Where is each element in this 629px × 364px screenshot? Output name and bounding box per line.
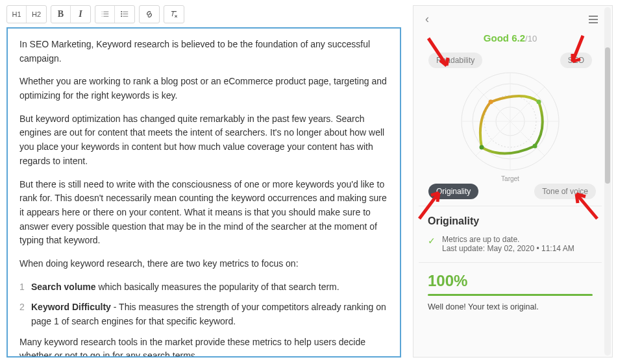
score-label: Good bbox=[484, 32, 509, 43]
paragraph: In SEO Marketing, Keyword research is be… bbox=[19, 38, 388, 66]
editor-toolbar: H1 H2 B I bbox=[6, 5, 401, 27]
ordered-list-button[interactable] bbox=[95, 6, 115, 23]
pill-readability[interactable]: Readability bbox=[428, 53, 482, 68]
paragraph: When doing keyword research, there are t… bbox=[19, 257, 388, 271]
scrollbar[interactable] bbox=[604, 7, 611, 356]
metrics-line: Last update: May 02, 2020 • 11:14 AM bbox=[442, 244, 574, 253]
paragraph: But there is still need to write with th… bbox=[19, 178, 388, 248]
svg-point-12 bbox=[537, 100, 541, 104]
svg-point-2 bbox=[121, 16, 122, 17]
clear-group bbox=[164, 5, 184, 23]
metrics-line: Metrics are up to date. bbox=[442, 235, 574, 244]
clear-format-button[interactable] bbox=[164, 6, 184, 23]
score-value: 6.2 bbox=[512, 32, 525, 43]
metrics-status: ✓ Metrics are up to date. Last update: M… bbox=[419, 235, 602, 263]
pill-originality[interactable]: Originality bbox=[428, 184, 478, 199]
list-text: Keyword Difficulty - This measures the s… bbox=[31, 300, 388, 328]
link-button[interactable] bbox=[140, 6, 159, 23]
svg-point-14 bbox=[480, 145, 484, 150]
editor-panel: H1 H2 B I In SEO Marketing, Keywor bbox=[6, 5, 401, 358]
percent-value: 100% bbox=[428, 272, 593, 290]
originality-score: 100% Well done! Your text is original. bbox=[419, 263, 602, 314]
bold-text: Search volume bbox=[31, 282, 96, 292]
back-icon[interactable]: ‹ bbox=[425, 12, 429, 26]
text: which basically measures the popularity … bbox=[96, 282, 339, 292]
h1-button[interactable]: H1 bbox=[7, 6, 27, 23]
bold-text: Keyword Difficulty bbox=[31, 302, 111, 312]
h2-button[interactable]: H2 bbox=[27, 6, 46, 23]
heading-group: H1 H2 bbox=[6, 5, 47, 23]
section-title: Originality bbox=[419, 206, 602, 235]
svg-point-11 bbox=[489, 100, 493, 104]
check-icon: ✓ bbox=[428, 236, 436, 246]
paragraph: Whether you are working to rank a blog p… bbox=[19, 75, 388, 103]
bold-button[interactable]: B bbox=[51, 6, 71, 23]
svg-point-13 bbox=[533, 144, 537, 149]
score-display: Good 6.2/10 bbox=[419, 29, 602, 50]
link-group bbox=[139, 5, 160, 23]
editor-content[interactable]: In SEO Marketing, Keyword research is be… bbox=[6, 27, 401, 358]
list-text: Search volume which basically measures t… bbox=[31, 280, 388, 295]
list-item: 1 Search volume which basically measures… bbox=[19, 280, 388, 295]
score-max: /10 bbox=[525, 34, 537, 43]
radar-svg bbox=[455, 66, 565, 176]
percent-message: Well done! Your text is original. bbox=[428, 302, 593, 311]
paragraph: But keyword optimization has changed qui… bbox=[19, 112, 388, 169]
panel-header: ‹ bbox=[419, 6, 602, 29]
list-number: 2 bbox=[19, 300, 31, 328]
italic-button[interactable]: I bbox=[71, 6, 90, 23]
scrollbar-thumb[interactable] bbox=[605, 47, 610, 184]
progress-bar bbox=[428, 294, 593, 296]
unordered-list-button[interactable] bbox=[115, 6, 134, 23]
svg-point-0 bbox=[121, 11, 122, 12]
paragraph: Many keyword research tools in the marke… bbox=[19, 335, 388, 358]
radar-chart: Readability SEO Originality Tone of voic… bbox=[419, 50, 601, 199]
pill-seo[interactable]: SEO bbox=[560, 53, 592, 68]
menu-icon[interactable] bbox=[589, 16, 598, 23]
list-item: 2 Keyword Difficulty - This measures the… bbox=[19, 300, 388, 328]
pill-tone[interactable]: Tone of voice bbox=[534, 184, 596, 199]
target-label: Target bbox=[501, 175, 519, 182]
list-number: 1 bbox=[19, 280, 31, 295]
format-group: B I bbox=[51, 5, 91, 23]
svg-point-1 bbox=[121, 14, 122, 15]
list-group bbox=[95, 5, 135, 23]
analysis-panel: ‹ Good 6.2/10 Readability SEO Originalit… bbox=[413, 5, 613, 358]
